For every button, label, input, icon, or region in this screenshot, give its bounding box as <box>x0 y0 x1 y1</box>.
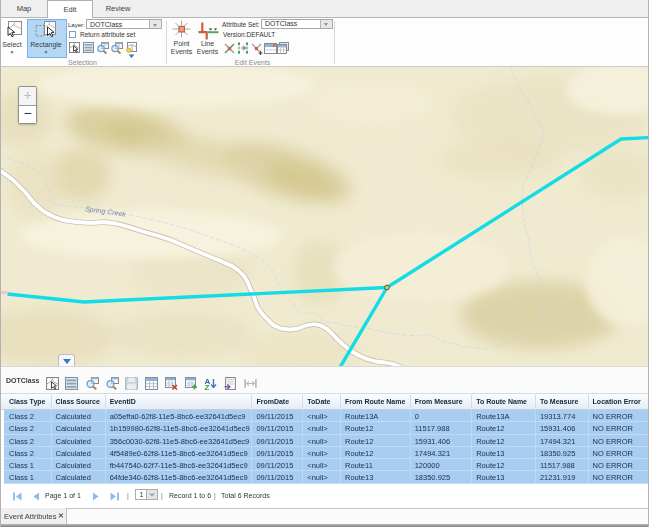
svg-text:Z: Z <box>205 383 210 390</box>
